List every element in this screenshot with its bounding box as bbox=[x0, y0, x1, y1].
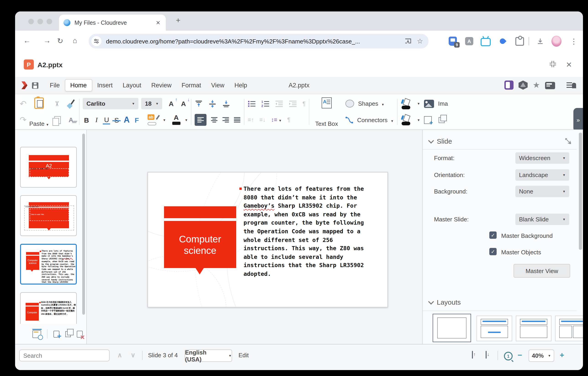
downloads-icon[interactable] bbox=[535, 36, 545, 46]
slide-layers-icon[interactable] bbox=[438, 117, 444, 123]
decrease-indent-icon[interactable] bbox=[275, 100, 283, 108]
fit-to-slide-icon[interactable] bbox=[472, 351, 473, 358]
strikethrough-button[interactable]: S bbox=[113, 116, 120, 124]
redo-icon[interactable]: ↷ bbox=[20, 115, 27, 125]
change-case-icon[interactable]: F bbox=[133, 116, 140, 124]
zoom-level-selector[interactable]: 40%▼ bbox=[529, 349, 554, 362]
add-space-after-icon[interactable]: ≡↓ bbox=[259, 117, 265, 123]
background-dropdown[interactable]: None▼ bbox=[515, 186, 569, 197]
zoom-100-icon[interactable]: 1 bbox=[504, 352, 513, 360]
menu-review[interactable]: Review bbox=[146, 80, 177, 91]
menu-format[interactable]: Format bbox=[177, 80, 206, 91]
save-icon[interactable] bbox=[32, 82, 38, 88]
master-background-checkbox[interactable]: ✓ bbox=[489, 232, 497, 239]
align-middle-icon[interactable] bbox=[208, 100, 217, 108]
extension-a-icon[interactable]: A bbox=[464, 36, 474, 46]
font-color-icon[interactable]: A bbox=[172, 115, 180, 126]
menu-home[interactable]: Home bbox=[65, 79, 92, 91]
shape-fill-caret[interactable]: ▼ bbox=[417, 119, 420, 122]
macos-minimize-button[interactable] bbox=[37, 19, 43, 24]
line-spacing-icon[interactable]: ↕≡▼ bbox=[271, 117, 282, 123]
start-slideshow-icon[interactable] bbox=[32, 330, 41, 338]
align-bottom-icon[interactable] bbox=[222, 100, 230, 108]
zoom-out-icon[interactable]: − bbox=[518, 351, 522, 360]
master-view-button[interactable]: Master View bbox=[514, 264, 570, 278]
profile-avatar[interactable] bbox=[551, 36, 561, 46]
layout-two-content[interactable] bbox=[555, 316, 583, 341]
delete-slide-icon[interactable]: ✕ bbox=[77, 331, 83, 337]
layout-blank[interactable] bbox=[433, 314, 471, 342]
plugin-gem-icon[interactable] bbox=[519, 80, 528, 90]
undo-icon[interactable]: ↶ bbox=[20, 99, 27, 109]
image-button[interactable]: Ima bbox=[424, 96, 448, 112]
extension-shield-icon[interactable]: 9 bbox=[448, 36, 458, 46]
previous-slide-icon[interactable]: ∧ bbox=[117, 351, 122, 359]
site-settings-icon[interactable] bbox=[91, 36, 101, 46]
slide-settings-header[interactable]: Slide bbox=[429, 137, 452, 145]
font-size-select[interactable]: 18▼ bbox=[141, 98, 162, 110]
home-icon[interactable]: ⌂ bbox=[73, 37, 77, 45]
menu-view[interactable]: View bbox=[206, 80, 229, 91]
justify-button[interactable] bbox=[233, 116, 241, 124]
slide-1-thumbnail[interactable]: A2 Click to add Text bbox=[20, 147, 77, 188]
slide-fill-caret[interactable]: ▼ bbox=[417, 102, 420, 105]
align-left-button-active[interactable] bbox=[195, 114, 207, 126]
underline-button[interactable]: U bbox=[103, 116, 110, 124]
align-right-button[interactable] bbox=[222, 116, 229, 124]
zoom-in-icon[interactable]: + bbox=[560, 351, 564, 360]
connectors-button[interactable]: Connectors ▼ bbox=[345, 112, 394, 128]
slide-body-text[interactable]: There are lots of features from the 8080… bbox=[243, 185, 370, 278]
fit-to-width-icon[interactable] bbox=[486, 351, 487, 358]
macos-close-button[interactable] bbox=[28, 19, 34, 24]
cut-icon[interactable]: ✂ bbox=[52, 100, 62, 108]
browser-tab[interactable]: My Files - Cloudreve ✕ bbox=[59, 15, 166, 31]
clear-formatting-icon[interactable]: A bbox=[66, 116, 76, 124]
menu-help[interactable]: Help bbox=[229, 80, 252, 91]
install-app-icon[interactable] bbox=[404, 37, 411, 45]
slide-3-thumbnail-selected[interactable]: Computer science There are lots of featu… bbox=[20, 244, 77, 285]
copy-icon[interactable] bbox=[52, 116, 62, 124]
bookmark-star-icon[interactable]: ☆ bbox=[417, 37, 423, 45]
format-dropdown[interactable]: Widescreen▼ bbox=[515, 152, 569, 164]
favorites-star-icon[interactable]: ★ bbox=[533, 80, 540, 90]
text-box-button[interactable]: Text Box bbox=[313, 96, 341, 128]
open-advanced-settings-icon[interactable] bbox=[565, 138, 571, 145]
master-slide-dropdown[interactable]: Blank Slide▼ bbox=[515, 214, 569, 225]
slide-4-thumbnail[interactable]: Computer 8080 芯片的很多功能都没有加入 Gameboy 的夏普 L… bbox=[20, 292, 77, 324]
orientation-dropdown[interactable]: Landscape▼ bbox=[515, 169, 569, 181]
slide-canvas[interactable]: Computer science There are lots of featu… bbox=[87, 130, 422, 344]
menu-file[interactable]: File bbox=[45, 80, 65, 91]
text-direction-icon[interactable]: ¶ bbox=[303, 101, 305, 107]
expand-toolbar-button[interactable]: » bbox=[573, 108, 583, 130]
language-selector[interactable]: English (USA)▼ bbox=[185, 349, 232, 362]
decrease-font-icon[interactable]: A↓ bbox=[181, 100, 186, 108]
drop-extension-icon[interactable] bbox=[498, 36, 508, 46]
extensions-puzzle-icon[interactable] bbox=[514, 36, 525, 46]
new-tab-button[interactable]: + bbox=[176, 16, 180, 25]
layout-title-content-centered[interactable] bbox=[476, 316, 512, 341]
bold-button[interactable]: B bbox=[83, 116, 90, 124]
settings-scrollbar[interactable] bbox=[579, 133, 582, 250]
font-color-caret[interactable]: ▼ bbox=[185, 119, 188, 122]
url-text[interactable]: demo.cloudreve.org/home?path=cloudreve%3… bbox=[106, 38, 399, 44]
next-slide-icon[interactable]: ∨ bbox=[131, 351, 136, 359]
align-center-button[interactable] bbox=[211, 116, 218, 124]
numbered-list-icon[interactable]: 12 bbox=[261, 100, 270, 108]
macos-zoom-button[interactable] bbox=[47, 19, 52, 24]
forward-icon[interactable]: → bbox=[43, 37, 51, 45]
font-color-a-icon[interactable]: A bbox=[123, 115, 130, 125]
slide-2-thumbnail[interactable]: Click to add Text Click to add Title bbox=[20, 195, 77, 236]
bilibili-extension-icon[interactable] bbox=[481, 36, 491, 46]
add-slide-icon[interactable] bbox=[424, 116, 431, 124]
slide-fill-color-icon[interactable] bbox=[401, 98, 412, 109]
reload-icon[interactable]: ↻ bbox=[57, 37, 63, 45]
sidebar-toggle-icon[interactable] bbox=[504, 80, 514, 90]
search-input[interactable] bbox=[19, 349, 110, 361]
layout-title-content[interactable] bbox=[516, 316, 551, 341]
add-space-before-icon[interactable]: ≡↑ bbox=[248, 117, 254, 123]
back-icon[interactable]: ← bbox=[23, 37, 31, 45]
menu-layout[interactable]: Layout bbox=[118, 80, 146, 91]
tab-close-icon[interactable]: ✕ bbox=[155, 20, 161, 26]
browser-menu-kebab-icon[interactable]: ⋮ bbox=[569, 36, 579, 46]
shape-fill-color-icon[interactable] bbox=[401, 115, 412, 126]
